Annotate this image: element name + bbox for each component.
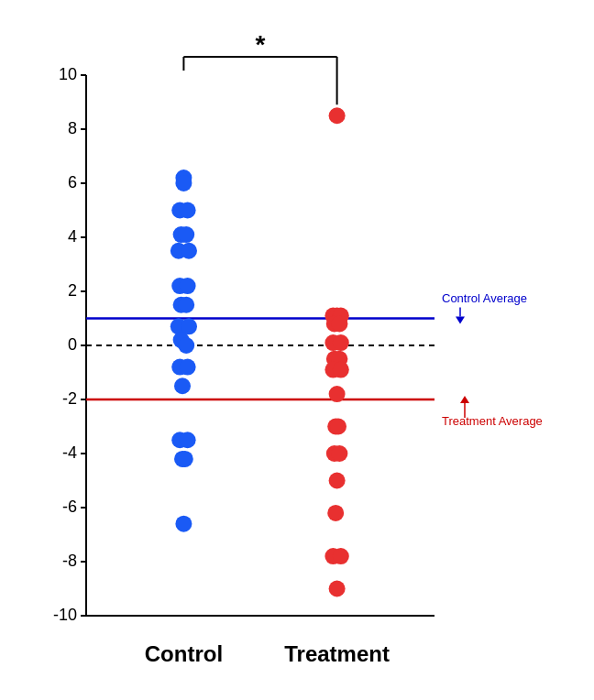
svg-marker-34	[460, 396, 469, 403]
svg-text:-8: -8	[62, 552, 77, 570]
chart-container: -10-8-6-4-20246810ControlTreatmentContro…	[31, 20, 563, 680]
svg-text:-2: -2	[62, 389, 77, 408]
svg-text:Treatment Average: Treatment Average	[442, 414, 543, 428]
svg-text:0: 0	[68, 335, 77, 354]
svg-point-73	[330, 419, 346, 435]
svg-text:Control Average: Control Average	[442, 291, 527, 305]
svg-point-52	[180, 359, 196, 376]
svg-text:*: *	[256, 30, 266, 59]
svg-point-66	[333, 334, 349, 351]
svg-point-58	[175, 516, 192, 532]
svg-point-71	[329, 386, 346, 402]
svg-point-75	[331, 445, 347, 462]
svg-point-79	[333, 548, 349, 564]
svg-point-64	[331, 315, 347, 332]
svg-point-40	[178, 226, 194, 243]
svg-point-53	[174, 377, 191, 394]
svg-point-80	[329, 581, 346, 597]
svg-point-44	[180, 278, 196, 294]
svg-marker-31	[456, 317, 465, 324]
svg-point-38	[180, 202, 196, 219]
svg-text:8: 8	[68, 119, 77, 137]
svg-point-46	[178, 297, 194, 313]
svg-text:Treatment: Treatment	[284, 641, 390, 666]
svg-text:4: 4	[68, 227, 77, 246]
svg-text:-10: -10	[53, 606, 77, 624]
svg-text:Control: Control	[145, 641, 223, 666]
svg-point-42	[181, 243, 197, 259]
svg-point-59	[329, 107, 346, 124]
svg-point-77	[327, 505, 344, 521]
svg-point-50	[178, 337, 194, 354]
svg-text:-4: -4	[62, 443, 77, 462]
svg-text:2: 2	[68, 281, 77, 300]
svg-point-36	[175, 175, 192, 191]
svg-text:-6: -6	[62, 498, 77, 516]
svg-point-57	[177, 451, 193, 467]
svg-point-55	[180, 432, 196, 448]
svg-text:6: 6	[68, 173, 77, 191]
svg-text:10: 10	[59, 65, 77, 83]
svg-point-70	[333, 362, 349, 378]
svg-point-76	[329, 473, 346, 489]
